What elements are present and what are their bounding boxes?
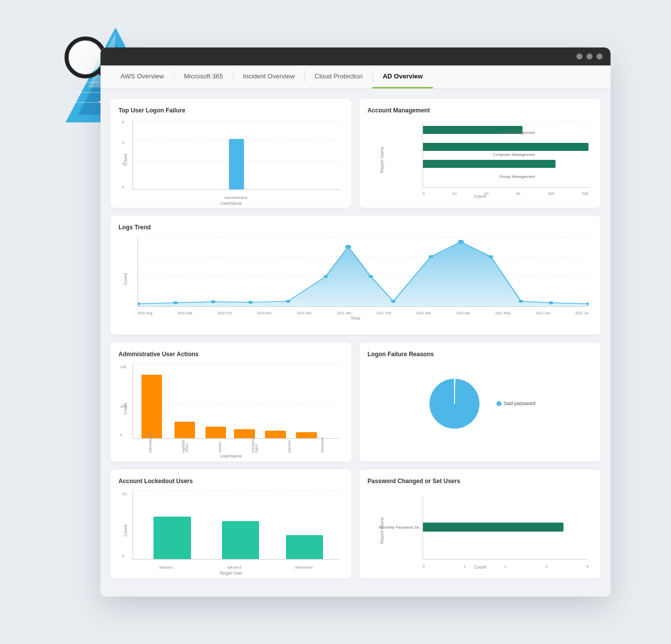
- svg-point-15: [174, 301, 178, 304]
- tab-m365[interactable]: Microsoft 365: [174, 65, 233, 88]
- logon-failure-area: bad password: [368, 364, 592, 444]
- svg-point-24: [458, 239, 464, 243]
- tab-ad[interactable]: AD Overview: [372, 65, 432, 88]
- top-user-logon-card: Top User Logon Failure Count 6 4 2 0: [110, 99, 352, 208]
- lockout-y-label: Count: [123, 524, 128, 536]
- pie-legend: bad password: [496, 401, 536, 406]
- lockout-bar-aduser2: [222, 521, 259, 559]
- x-axis-title-logon: UserName: [118, 198, 344, 207]
- svg-marker-13: [138, 241, 588, 306]
- legend-dot-bad-password: [496, 401, 502, 406]
- pie-svg: [424, 374, 484, 434]
- y-label-6: 6: [122, 120, 124, 124]
- y-label-4: 4: [122, 140, 124, 145]
- logs-y-label: Count: [123, 273, 128, 285]
- browser-chrome: [100, 47, 610, 65]
- password-changed-card: Password Changed or Set Users Report Nam…: [360, 470, 600, 579]
- charts-row-1: Top User Logon Failure Count 6 4 2 0: [110, 99, 600, 208]
- top-user-logon-area: Count 6 4 2 0: [118, 120, 344, 200]
- legend-bad-password: bad password: [496, 401, 536, 406]
- account-lockout-card: Account Lockedout Users Count 10 0: [110, 470, 352, 579]
- scene: AWS Overview Microsoft 365 Incident Over…: [60, 22, 610, 622]
- password-changed-title: Password Changed or Set Users: [368, 478, 592, 485]
- admin-bar-demouser: [296, 432, 316, 438]
- logs-trend-card: Logs Trend Count 1M 10k 100 0: [110, 216, 600, 335]
- browser-dot-2: [586, 53, 592, 59]
- logs-trend-area: Count 1M 10k 100 0: [118, 237, 592, 327]
- svg-point-18: [286, 300, 290, 303]
- admin-bar-log360: [174, 422, 195, 438]
- admin-y-10k: 10k: [120, 365, 126, 369]
- tab-bar: AWS Overview Microsoft 365 Incident Over…: [100, 65, 610, 89]
- account-management-card: Account Management Report Name: [360, 99, 600, 208]
- tab-aws[interactable]: AWS Overview: [110, 65, 174, 88]
- y-label-0: 0: [122, 185, 124, 189]
- svg-point-25: [488, 255, 493, 258]
- dashboard: Top User Logon Failure Count 6 4 2 0: [100, 89, 610, 597]
- tab-incident[interactable]: Incident Overview: [233, 65, 304, 88]
- svg-point-26: [518, 300, 523, 303]
- admin-bar-system: [206, 427, 226, 438]
- pwd-bar-recently: [423, 523, 564, 532]
- admin-y-0: 0: [120, 433, 122, 437]
- svg-point-17: [248, 301, 253, 304]
- pwd-ylabel-recently: Recently Password Se...: [379, 525, 422, 530]
- x-axis-title-account: Count: [368, 191, 592, 200]
- y-label-2: 2: [122, 161, 124, 166]
- account-lockout-title: Account Lockedout Users: [118, 478, 344, 485]
- svg-point-19: [324, 275, 328, 278]
- account-management-title: Account Management: [368, 107, 592, 114]
- charts-row-2: Logs Trend Count 1M 10k 100 0: [110, 216, 600, 335]
- logon-bar-admin: [229, 139, 244, 189]
- lockout-bar-aduser1: [154, 517, 190, 559]
- browser-window: AWS Overview Microsoft 365 Incident Over…: [100, 47, 610, 597]
- grid-line-top: [133, 120, 340, 120]
- logon-failure-card: Logon Failure Reasons bad pas: [360, 343, 600, 462]
- lockout-x-title: Target User: [118, 568, 344, 577]
- top-user-logon-title: Top User Logon Failure: [118, 107, 344, 114]
- browser-dot-1: [576, 53, 582, 59]
- svg-point-20: [345, 244, 351, 248]
- hbar-label-group: Group Management: [500, 174, 535, 179]
- legend-label-bad-password: bad password: [504, 401, 536, 406]
- svg-point-27: [548, 301, 553, 304]
- admin-x-title: UserName: [118, 451, 344, 460]
- admin-actions-title: Administrative User Actions: [118, 351, 344, 358]
- hbar-label-user: User Management: [502, 130, 535, 135]
- account-management-area: Report Name User Manag: [368, 120, 592, 200]
- admin-actions-card: Administrative User Actions Count 10k 10…: [110, 343, 352, 462]
- x-axis-title-trend: Time: [118, 313, 592, 322]
- lockout-y-10: 10: [122, 492, 126, 496]
- svg-point-23: [428, 255, 433, 258]
- pwd-x-title: Count: [368, 562, 592, 571]
- lockout-bar-demouser: [286, 535, 323, 559]
- svg-point-16: [211, 300, 216, 303]
- svg-point-11: [70, 41, 102, 73]
- admin-y-100: 100: [120, 404, 126, 409]
- svg-point-21: [368, 275, 373, 278]
- admin-bar-aduser1: [265, 431, 286, 438]
- logs-trend-title: Logs Trend: [118, 224, 592, 231]
- lockout-y-0: 0: [122, 554, 124, 558]
- logon-failure-title: Logon Failure Reasons: [368, 351, 592, 358]
- charts-row-3: Administrative User Actions Count 10k 10…: [110, 343, 600, 462]
- tab-cloud[interactable]: Cloud Protection: [304, 65, 372, 88]
- admin-bar-admin: [142, 375, 162, 438]
- browser-dot-3: [596, 53, 602, 59]
- svg-point-22: [391, 300, 396, 303]
- hbar-label-computer: Computer Management: [493, 152, 535, 157]
- trend-svg: [138, 237, 588, 306]
- charts-row-4: Account Lockedout Users Count 10 0: [110, 470, 600, 579]
